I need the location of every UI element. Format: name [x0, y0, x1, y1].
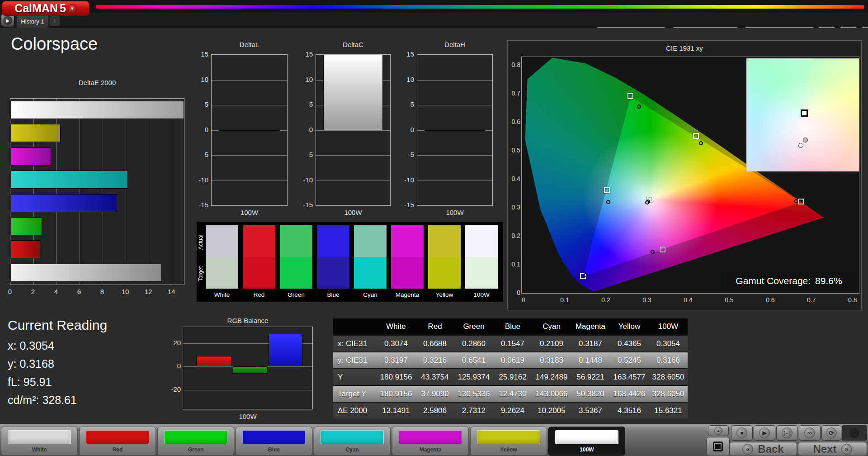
- swatch-red: Red: [243, 225, 275, 289]
- swatch-label: Green: [280, 291, 312, 298]
- deltal-ytick: 0: [193, 126, 208, 133]
- swatch-actual: [391, 225, 424, 257]
- deltae-tick-label: 8: [97, 288, 108, 295]
- bar-cyan: [10, 171, 128, 189]
- deltae-tick-label: 6: [74, 288, 85, 295]
- swatch-actual: [428, 225, 461, 257]
- swatch-green: Green: [280, 225, 312, 289]
- play-button[interactable]: ▶: [754, 425, 775, 441]
- pattern-button-green[interactable]: Green: [157, 427, 234, 456]
- color-patch: [477, 430, 540, 444]
- refresh-icon: ⟳: [826, 428, 837, 438]
- swatch-white: White: [206, 225, 238, 289]
- table-cell: 13.1491: [377, 403, 415, 418]
- back-button[interactable]: « Back: [729, 442, 797, 456]
- swatch-actual: [206, 225, 238, 257]
- step-mode-button[interactable]: [↔]: [776, 425, 798, 441]
- bar-yellow: [10, 124, 61, 142]
- logo-version: 5: [60, 2, 66, 15]
- swatch-target: [428, 257, 461, 289]
- deltal-ytick: -5: [193, 151, 208, 158]
- table-row: ΔE 200013.14912.58062.73129.262410.20053…: [333, 402, 688, 418]
- deltac-ytick: 10: [297, 76, 313, 83]
- table-row: Target Y180.915637.9090130.533612.473014…: [333, 385, 688, 402]
- deltae-tick-label: 0: [5, 288, 15, 295]
- actual-axis-label: Actual: [198, 226, 205, 258]
- swatch-actual: [465, 225, 498, 257]
- inset-measured-circle: [798, 143, 803, 148]
- cie-ytick: 0: [509, 289, 520, 296]
- table-cell: 125.9374: [454, 369, 493, 385]
- pattern-button-yellow[interactable]: Yellow: [470, 427, 547, 456]
- calman-logo[interactable]: CalMAN 5 ▼: [2, 1, 90, 16]
- table-header-cell: 100W: [649, 318, 688, 335]
- table-cell: 0.4365: [610, 336, 649, 352]
- pattern-window-button[interactable]: [706, 437, 730, 456]
- loop-button[interactable]: ∞: [799, 425, 821, 441]
- deltac-ytick: 15: [297, 50, 313, 58]
- infinity-icon: ∞: [804, 428, 815, 438]
- swatch-actual: [280, 225, 312, 257]
- table-header-cell: [333, 318, 377, 335]
- inset-target-square: [801, 109, 808, 117]
- cie-xtick: 0.5: [722, 296, 736, 304]
- table-cell: 9.2624: [493, 403, 532, 418]
- swatch-actual: [243, 225, 275, 257]
- next-button[interactable]: Next »: [798, 442, 867, 456]
- deltac-ytick: -5: [297, 151, 313, 158]
- tab-label: History 1: [21, 18, 44, 25]
- table-cell: 2.7312: [454, 403, 493, 418]
- stop-button[interactable]: ■: [731, 425, 753, 441]
- pattern-button-magenta[interactable]: Magenta: [392, 427, 469, 456]
- table-row-label: Target Y: [333, 386, 377, 402]
- table-row-label: ΔE 2000: [333, 403, 377, 418]
- tab-bar: ▶ History 1 + X-Rite i1Display Retail LC…: [0, 13, 868, 28]
- logo-dropdown-icon[interactable]: ▼: [68, 4, 77, 13]
- chevron-double-left-icon: «: [742, 444, 753, 455]
- color-patch: [242, 430, 306, 444]
- rgb-balance-title: RGB Balance: [183, 317, 313, 324]
- deltac-ytick: 0: [297, 126, 313, 133]
- pattern-button-cyan[interactable]: Cyan: [314, 427, 391, 456]
- table-row-label: y: CIE31: [333, 352, 377, 368]
- pattern-button-blue[interactable]: Blue: [236, 427, 312, 456]
- table-cell: 130.5336: [454, 386, 493, 402]
- cie-xtick: 0.6: [764, 296, 777, 304]
- swatch-target: [465, 257, 498, 289]
- gamut-coverage-readout: Gamut Coverage: 89.6%: [721, 271, 857, 291]
- cie-target-red: [798, 199, 804, 204]
- swatch-target: [317, 257, 349, 289]
- deltac-x-label: 100W: [316, 209, 391, 216]
- cie-ytick: 0.2: [509, 232, 520, 239]
- tab-history-1[interactable]: History 1: [16, 14, 49, 28]
- calman-window: CalMAN 5 ▼ ▶ History 1 + X-Rite i1Displa…: [0, 0, 868, 456]
- play-icon: ▶: [3, 16, 12, 25]
- table-cell: 43.3754: [415, 369, 454, 385]
- pattern-button-label: Yellow: [471, 446, 547, 453]
- table-cell: 0.3054: [649, 336, 688, 352]
- table-header-cell: Magenta: [571, 318, 610, 335]
- color-patch: [555, 430, 618, 444]
- refresh-button[interactable]: ⟳: [821, 425, 841, 441]
- deltah-ytick: -10: [399, 176, 414, 184]
- reading-fl: fL: 95.91: [8, 375, 107, 389]
- deltae-tick-label: 14: [166, 288, 177, 295]
- bar-100w: [323, 55, 383, 130]
- inset-measured-circle: [803, 138, 808, 142]
- add-tab-button[interactable]: +: [49, 15, 60, 26]
- swatch-cyan: Cyan: [354, 225, 387, 289]
- expand-controls-button[interactable]: ▲: [708, 425, 729, 436]
- swatch-label: Cyan: [354, 291, 387, 298]
- pattern-button-white[interactable]: White: [1, 427, 78, 456]
- cie-xtick: 0.2: [599, 296, 613, 304]
- deltac-ytick: -10: [297, 176, 313, 184]
- current-reading-title: Current Reading: [8, 318, 107, 333]
- pattern-button-red[interactable]: Red: [79, 427, 156, 456]
- swatch-label: White: [206, 291, 238, 298]
- cie-ytick: 0.4: [509, 175, 520, 182]
- pattern-button-100w[interactable]: 100W: [548, 427, 625, 456]
- chevron-double-right-icon: »: [841, 444, 852, 455]
- table-cell: 50.3820: [571, 386, 610, 402]
- bar-blue: [10, 194, 117, 212]
- swatch-100w: 100W: [465, 225, 498, 289]
